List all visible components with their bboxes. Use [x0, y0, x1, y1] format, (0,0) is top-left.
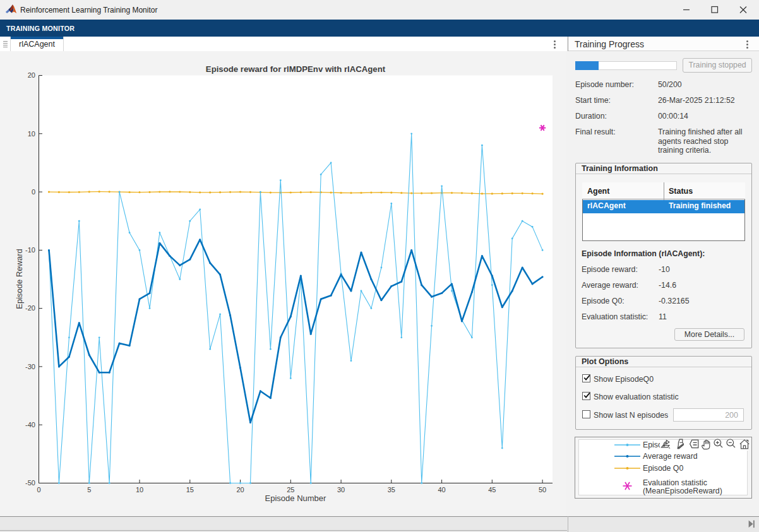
svg-text:-30: -30 — [25, 363, 35, 370]
svg-text:0: 0 — [32, 188, 35, 196]
svg-text:35: 35 — [388, 486, 395, 494]
svg-text:-40: -40 — [25, 421, 35, 429]
svg-text:5: 5 — [87, 486, 91, 494]
svg-text:Evaluation statistic: Evaluation statistic — [643, 478, 707, 487]
svg-text:-10: -10 — [25, 246, 35, 254]
svg-text:(MeanEpisodeReward): (MeanEpisodeReward) — [643, 487, 722, 495]
svg-text:20: 20 — [28, 71, 35, 79]
svg-text:Episode reward for rlMDPEnv wi: Episode reward for rlMDPEnv with rlACAge… — [206, 64, 386, 74]
svg-text:30: 30 — [337, 486, 345, 494]
svg-text:-50: -50 — [25, 479, 35, 487]
svg-text:Episode Q0: Episode Q0 — [643, 464, 683, 473]
svg-text:25: 25 — [287, 486, 294, 494]
svg-text:40: 40 — [438, 486, 445, 494]
svg-text:20: 20 — [236, 486, 244, 494]
svg-text:45: 45 — [488, 486, 496, 494]
svg-text:10: 10 — [136, 486, 143, 494]
svg-text:50: 50 — [539, 486, 546, 494]
svg-text:10: 10 — [28, 130, 35, 138]
svg-text:Episode Reward: Episode Reward — [15, 249, 24, 309]
svg-text:Episode Number: Episode Number — [265, 494, 326, 503]
svg-text:Average reward: Average reward — [643, 452, 698, 461]
svg-text:15: 15 — [186, 486, 194, 494]
svg-text:-20: -20 — [25, 304, 35, 312]
svg-text:0: 0 — [37, 486, 40, 494]
